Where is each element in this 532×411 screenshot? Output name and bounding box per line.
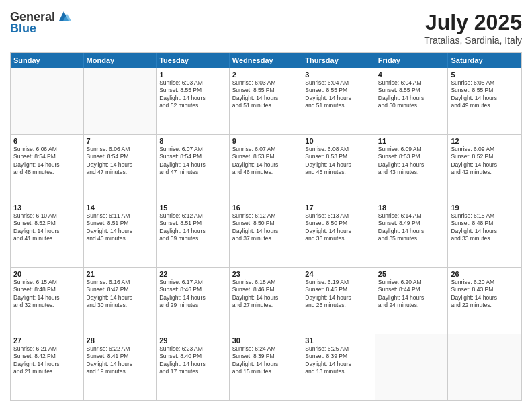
calendar-week-4: 27Sunrise: 6:21 AM Sunset: 8:42 PM Dayli… [11,334,521,400]
day-info: Sunrise: 6:20 AM Sunset: 8:44 PM Dayligh… [378,279,445,310]
calendar-cell: 18Sunrise: 6:14 AM Sunset: 8:49 PM Dayli… [375,201,449,267]
day-info: Sunrise: 6:17 AM Sunset: 8:46 PM Dayligh… [159,279,226,310]
page: General Blue July 2025 Tratalias, Sardin… [0,0,532,411]
day-info: Sunrise: 6:12 AM Sunset: 8:51 PM Dayligh… [159,212,226,243]
calendar-cell: 4Sunrise: 6:04 AM Sunset: 8:55 PM Daylig… [375,68,449,134]
calendar-cell: 27Sunrise: 6:21 AM Sunset: 8:42 PM Dayli… [11,334,84,400]
logo: General Blue [10,10,71,36]
day-number: 18 [378,203,445,212]
calendar-cell: 7Sunrise: 6:06 AM Sunset: 8:54 PM Daylig… [84,135,157,201]
header-day-sunday: Sunday [11,53,84,68]
day-number: 26 [451,270,519,278]
location-title: Tratalias, Sardinia, Italy [424,35,522,46]
calendar-cell [448,334,521,400]
day-info: Sunrise: 6:06 AM Sunset: 8:54 PM Dayligh… [87,146,154,177]
calendar-cell: 19Sunrise: 6:15 AM Sunset: 8:48 PM Dayli… [448,201,521,267]
day-number: 8 [159,137,226,145]
calendar: SundayMondayTuesdayWednesdayThursdayFrid… [10,52,522,401]
header-day-wednesday: Wednesday [230,53,303,68]
day-number: 20 [13,270,81,278]
day-number: 9 [232,137,300,145]
day-number: 24 [305,270,372,278]
calendar-cell: 5Sunrise: 6:05 AM Sunset: 8:55 PM Daylig… [448,68,521,134]
day-info: Sunrise: 6:13 AM Sunset: 8:50 PM Dayligh… [305,212,372,243]
day-info: Sunrise: 6:24 AM Sunset: 8:39 PM Dayligh… [232,345,300,376]
day-info: Sunrise: 6:07 AM Sunset: 8:53 PM Dayligh… [232,146,300,177]
calendar-cell: 14Sunrise: 6:11 AM Sunset: 8:51 PM Dayli… [84,201,157,267]
calendar-cell: 2Sunrise: 6:03 AM Sunset: 8:55 PM Daylig… [230,68,303,134]
day-info: Sunrise: 6:09 AM Sunset: 8:52 PM Dayligh… [451,146,519,177]
calendar-cell: 29Sunrise: 6:23 AM Sunset: 8:40 PM Dayli… [157,334,230,400]
calendar-cell [84,68,157,134]
calendar-cell: 28Sunrise: 6:22 AM Sunset: 8:41 PM Dayli… [84,334,157,400]
header-day-friday: Friday [375,53,449,68]
calendar-cell: 22Sunrise: 6:17 AM Sunset: 8:46 PM Dayli… [157,268,230,334]
day-info: Sunrise: 6:12 AM Sunset: 8:50 PM Dayligh… [232,212,300,243]
day-info: Sunrise: 6:19 AM Sunset: 8:45 PM Dayligh… [305,279,372,310]
day-info: Sunrise: 6:20 AM Sunset: 8:43 PM Dayligh… [451,279,519,310]
calendar-body: 1Sunrise: 6:03 AM Sunset: 8:55 PM Daylig… [11,68,521,400]
day-number: 19 [451,203,519,212]
day-info: Sunrise: 6:15 AM Sunset: 8:48 PM Dayligh… [13,279,81,310]
calendar-cell: 23Sunrise: 6:18 AM Sunset: 8:46 PM Dayli… [230,268,303,334]
day-info: Sunrise: 6:10 AM Sunset: 8:52 PM Dayligh… [13,212,81,243]
day-info: Sunrise: 6:08 AM Sunset: 8:53 PM Dayligh… [305,146,372,177]
calendar-cell: 26Sunrise: 6:20 AM Sunset: 8:43 PM Dayli… [448,268,521,334]
header-day-thursday: Thursday [302,53,375,68]
day-number: 2 [232,71,300,79]
calendar-cell: 30Sunrise: 6:24 AM Sunset: 8:39 PM Dayli… [230,334,303,400]
calendar-cell: 11Sunrise: 6:09 AM Sunset: 8:53 PM Dayli… [375,135,449,201]
day-info: Sunrise: 6:18 AM Sunset: 8:46 PM Dayligh… [232,279,300,310]
day-number: 1 [159,71,226,79]
day-number: 14 [87,203,154,212]
calendar-cell: 10Sunrise: 6:08 AM Sunset: 8:53 PM Dayli… [302,135,375,201]
day-number: 15 [159,203,226,212]
day-info: Sunrise: 6:09 AM Sunset: 8:53 PM Dayligh… [378,146,445,177]
calendar-cell: 21Sunrise: 6:16 AM Sunset: 8:47 PM Dayli… [84,268,157,334]
calendar-cell: 12Sunrise: 6:09 AM Sunset: 8:52 PM Dayli… [448,135,521,201]
day-number: 12 [451,137,519,145]
day-number: 17 [305,203,372,212]
title-block: July 2025 Tratalias, Sardinia, Italy [424,10,522,46]
day-info: Sunrise: 6:16 AM Sunset: 8:47 PM Dayligh… [87,279,154,310]
day-info: Sunrise: 6:23 AM Sunset: 8:40 PM Dayligh… [159,345,226,376]
day-info: Sunrise: 6:22 AM Sunset: 8:41 PM Dayligh… [87,345,154,376]
day-number: 28 [87,336,154,345]
calendar-week-3: 20Sunrise: 6:15 AM Sunset: 8:48 PM Dayli… [11,267,521,334]
calendar-cell: 16Sunrise: 6:12 AM Sunset: 8:50 PM Dayli… [230,201,303,267]
calendar-cell: 13Sunrise: 6:10 AM Sunset: 8:52 PM Dayli… [11,201,84,267]
day-number: 4 [378,71,445,79]
calendar-cell: 25Sunrise: 6:20 AM Sunset: 8:44 PM Dayli… [375,268,449,334]
calendar-cell: 17Sunrise: 6:13 AM Sunset: 8:50 PM Dayli… [302,201,375,267]
day-info: Sunrise: 6:03 AM Sunset: 8:55 PM Dayligh… [232,79,300,110]
day-info: Sunrise: 6:11 AM Sunset: 8:51 PM Dayligh… [87,212,154,243]
calendar-cell: 20Sunrise: 6:15 AM Sunset: 8:48 PM Dayli… [11,268,84,334]
calendar-cell: 31Sunrise: 6:25 AM Sunset: 8:39 PM Dayli… [302,334,375,400]
calendar-cell [11,68,84,134]
logo-blue: Blue [10,21,36,36]
day-info: Sunrise: 6:15 AM Sunset: 8:48 PM Dayligh… [451,212,519,243]
calendar-cell: 24Sunrise: 6:19 AM Sunset: 8:45 PM Dayli… [302,268,375,334]
day-info: Sunrise: 6:04 AM Sunset: 8:55 PM Dayligh… [305,79,372,110]
day-number: 31 [305,336,372,345]
day-number: 30 [232,336,300,345]
day-info: Sunrise: 6:04 AM Sunset: 8:55 PM Dayligh… [378,79,445,110]
day-number: 10 [305,137,372,145]
logo-icon [56,9,71,24]
day-info: Sunrise: 6:25 AM Sunset: 8:39 PM Dayligh… [305,345,372,376]
day-number: 13 [13,203,81,212]
header: General Blue July 2025 Tratalias, Sardin… [10,10,522,46]
day-number: 22 [159,270,226,278]
calendar-cell: 8Sunrise: 6:07 AM Sunset: 8:54 PM Daylig… [157,135,230,201]
day-number: 21 [87,270,154,278]
day-number: 5 [451,71,519,79]
day-info: Sunrise: 6:07 AM Sunset: 8:54 PM Dayligh… [159,146,226,177]
month-title: July 2025 [424,10,522,35]
header-day-tuesday: Tuesday [157,53,230,68]
calendar-week-2: 13Sunrise: 6:10 AM Sunset: 8:52 PM Dayli… [11,201,521,267]
day-info: Sunrise: 6:14 AM Sunset: 8:49 PM Dayligh… [378,212,445,243]
day-info: Sunrise: 6:06 AM Sunset: 8:54 PM Dayligh… [13,146,81,177]
day-number: 11 [378,137,445,145]
day-number: 23 [232,270,300,278]
header-day-saturday: Saturday [448,53,521,68]
